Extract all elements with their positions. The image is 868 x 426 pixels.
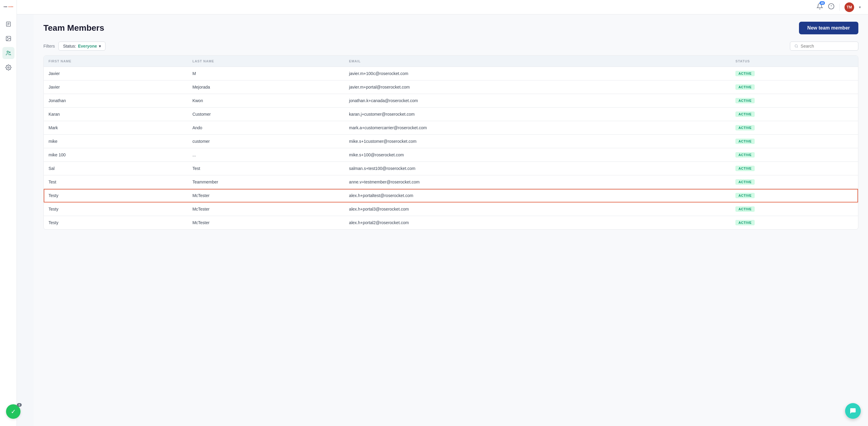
page-header: Team Members New team member: [43, 22, 858, 34]
status-badge: ACTIVE: [735, 206, 755, 212]
status-filter-label: Status:: [63, 44, 76, 48]
cell-status: ACTIVE: [731, 189, 858, 202]
cell-last-name: M: [187, 67, 344, 80]
svg-line-15: [797, 47, 798, 47]
status-badge: ACTIVE: [735, 98, 755, 103]
topbar: 49 TM ▾: [17, 0, 868, 14]
col-status: STATUS: [731, 56, 858, 67]
cell-email: alex.h+portaltest@roserocket.com: [344, 189, 731, 202]
table-row[interactable]: JavierMejoradajavier.m+portal@roserocket…: [44, 80, 858, 94]
cell-status: ACTIVE: [731, 175, 858, 189]
cell-email: anne.v+testmember@roserocket.com: [344, 175, 731, 189]
col-last-name: LAST NAME: [187, 56, 344, 67]
cell-first-name: Jonathan: [44, 94, 187, 107]
filters-bar: Filters Status: Everyone ▾: [43, 41, 858, 51]
cell-first-name: Karan: [44, 107, 187, 121]
cell-email: javier.m+portal@roserocket.com: [344, 80, 731, 94]
status-filter-chevron: ▾: [99, 44, 101, 48]
cell-last-name: Ando: [187, 121, 344, 135]
status-badge: ACTIVE: [735, 152, 755, 158]
logo: rose rocket: [1, 4, 16, 11]
topbar-divider: [839, 4, 840, 11]
status-badge: ACTIVE: [735, 111, 755, 117]
status-badge: ACTIVE: [735, 139, 755, 144]
cell-last-name: Test: [187, 162, 344, 175]
cell-email: mike.s+1customer@roserocket.com: [344, 135, 731, 148]
filters-left: Filters Status: Everyone ▾: [43, 41, 105, 51]
table-row[interactable]: TestyMcTesteralex.h+portal2@roserocket.c…: [44, 216, 858, 230]
table-row[interactable]: TestyMcTesteralex.h+portaltest@roserocke…: [44, 189, 858, 202]
cell-email: javier.m+100c@roserocket.com: [344, 67, 731, 80]
status-badge: ACTIVE: [735, 84, 755, 90]
search-input[interactable]: [801, 44, 854, 48]
topbar-icons: 49 TM ▾: [816, 2, 861, 12]
user-avatar[interactable]: TM: [844, 2, 854, 12]
filters-label[interactable]: Filters: [43, 44, 55, 48]
svg-text:rose: rose: [4, 6, 7, 7]
chat-button[interactable]: [845, 403, 861, 419]
svg-text:rocket: rocket: [8, 6, 13, 7]
success-check-icon: ✓: [11, 408, 16, 415]
cell-last-name: Kwon: [187, 94, 344, 107]
table-row[interactable]: TestTeammemberanne.v+testmember@roserock…: [44, 175, 858, 189]
sidebar-item-media[interactable]: [2, 33, 14, 44]
new-team-member-button[interactable]: New team member: [799, 22, 858, 34]
sidebar-item-team[interactable]: [2, 47, 14, 59]
cell-last-name: Customer: [187, 107, 344, 121]
team-members-table: FIRST NAME LAST NAME EMAIL STATUS Javier…: [43, 56, 858, 230]
cell-first-name: Test: [44, 175, 187, 189]
status-badge: ACTIVE: [735, 166, 755, 171]
cell-email: mike.s+100@roserocket.com: [344, 148, 731, 162]
table-row[interactable]: MarkAndomark.a+customercarrier@roserocke…: [44, 121, 858, 135]
cell-last-name: Mejorada: [187, 80, 344, 94]
sidebar-item-settings[interactable]: [2, 62, 14, 73]
cell-status: ACTIVE: [731, 121, 858, 135]
svg-point-14: [795, 44, 798, 47]
table-body: JavierMjavier.m+100c@roserocket.comACTIV…: [44, 67, 858, 230]
cell-last-name: McTester: [187, 189, 344, 202]
cell-first-name: mike 100: [44, 148, 187, 162]
alert-button[interactable]: [828, 3, 835, 11]
main-content: Team Members New team member Filters Sta…: [34, 14, 868, 426]
cell-first-name: Testy: [44, 216, 187, 230]
cell-first-name: Javier: [44, 67, 187, 80]
cell-email: jonathan.k+canada@roserocket.com: [344, 94, 731, 107]
table-row[interactable]: mikecustomermike.s+1customer@roserocket.…: [44, 135, 858, 148]
svg-point-7: [7, 37, 7, 38]
table-row[interactable]: SalTestsalman.s+test100@roserocket.comAC…: [44, 162, 858, 175]
sidebar: rose rocket: [0, 0, 17, 426]
table-row[interactable]: JavierMjavier.m+100c@roserocket.comACTIV…: [44, 67, 858, 80]
notification-button[interactable]: 49: [816, 3, 823, 11]
search-box[interactable]: [790, 41, 858, 51]
status-filter-value: Everyone: [78, 44, 97, 48]
user-menu-chevron[interactable]: ▾: [859, 5, 861, 9]
cell-status: ACTIVE: [731, 94, 858, 107]
cell-status: ACTIVE: [731, 67, 858, 80]
success-count: 0: [17, 403, 22, 407]
cell-first-name: Javier: [44, 80, 187, 94]
cell-email: salman.s+test100@roserocket.com: [344, 162, 731, 175]
status-badge: ACTIVE: [735, 125, 755, 130]
status-badge: ACTIVE: [735, 71, 755, 76]
svg-point-8: [7, 51, 8, 53]
cell-last-name: McTester: [187, 202, 344, 216]
col-first-name: FIRST NAME: [44, 56, 187, 67]
table-row[interactable]: KaranCustomerkaran.j+customer@roserocket…: [44, 107, 858, 121]
cell-status: ACTIVE: [731, 148, 858, 162]
cell-email: mark.a+customercarrier@roserocket.com: [344, 121, 731, 135]
svg-point-9: [9, 52, 10, 53]
cell-last-name: customer: [187, 135, 344, 148]
status-badge: ACTIVE: [735, 193, 755, 198]
cell-first-name: mike: [44, 135, 187, 148]
cell-email: karan.j+customer@roserocket.com: [344, 107, 731, 121]
cell-last-name: ...: [187, 148, 344, 162]
sidebar-item-documents[interactable]: [2, 18, 14, 30]
table-row[interactable]: mike 100...mike.s+100@roserocket.comACTI…: [44, 148, 858, 162]
cell-first-name: Testy: [44, 189, 187, 202]
page-title: Team Members: [43, 23, 104, 33]
table-row[interactable]: TestyMcTesteralex.h+portal3@roserocket.c…: [44, 202, 858, 216]
notification-badge: 49: [819, 1, 825, 5]
status-filter-dropdown[interactable]: Status: Everyone ▾: [59, 41, 105, 51]
cell-first-name: Testy: [44, 202, 187, 216]
table-row[interactable]: JonathanKwonjonathan.k+canada@roserocket…: [44, 94, 858, 107]
